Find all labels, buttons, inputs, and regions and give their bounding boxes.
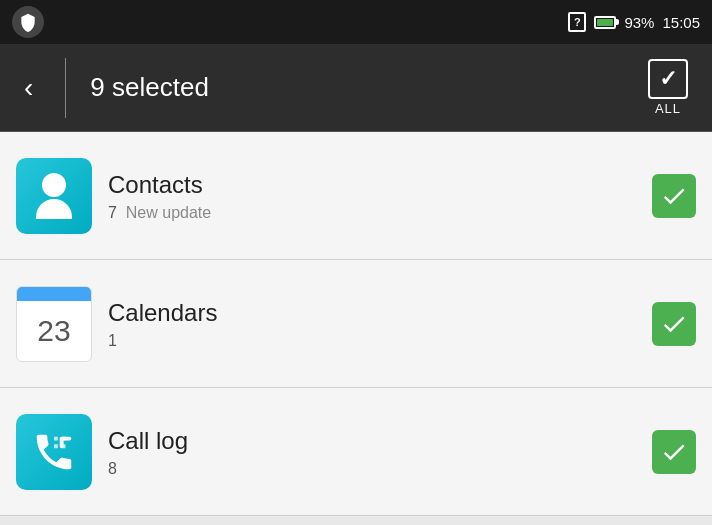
status-left bbox=[12, 6, 44, 38]
contacts-info: Contacts 7 New update bbox=[108, 169, 636, 222]
calllog-sub: 8 bbox=[108, 460, 636, 478]
calendars-info: Calendars 1 bbox=[108, 297, 636, 350]
time-display: 15:05 bbox=[662, 14, 700, 31]
contacts-checkbox[interactable] bbox=[652, 174, 696, 218]
app-list: Contacts 7 New update 23 Calendars 1 bbox=[0, 132, 712, 516]
calllog-app-icon bbox=[16, 414, 92, 490]
all-button[interactable]: ALL bbox=[640, 51, 696, 124]
toolbar-left: ‹ 9 selected bbox=[16, 58, 209, 118]
all-label: ALL bbox=[655, 101, 681, 116]
calendar-date: 23 bbox=[37, 301, 70, 361]
calllog-count: 8 bbox=[108, 460, 117, 477]
contacts-count: 7 bbox=[108, 204, 117, 221]
sim-icon bbox=[568, 12, 586, 32]
battery-icon bbox=[594, 16, 616, 29]
calendars-checkbox[interactable] bbox=[652, 302, 696, 346]
calendars-name: Calendars bbox=[108, 297, 636, 328]
shield-icon bbox=[12, 6, 44, 38]
all-checkbox bbox=[648, 59, 688, 99]
status-right: 93% 15:05 bbox=[568, 12, 700, 32]
selected-count: 9 selected bbox=[90, 72, 209, 103]
list-item[interactable]: 23 Calendars 1 bbox=[0, 260, 712, 388]
calendars-sub: 1 bbox=[108, 332, 636, 350]
status-bar: 93% 15:05 bbox=[0, 0, 712, 44]
list-item[interactable]: Contacts 7 New update bbox=[0, 132, 712, 260]
calllog-checkbox[interactable] bbox=[652, 430, 696, 474]
contacts-subtext: New update bbox=[126, 204, 211, 221]
contacts-sub: 7 New update bbox=[108, 204, 636, 222]
contacts-app-icon bbox=[16, 158, 92, 234]
divider bbox=[65, 58, 66, 118]
calllog-info: Call log 8 bbox=[108, 425, 636, 478]
back-button[interactable]: ‹ bbox=[16, 66, 41, 110]
calllog-name: Call log bbox=[108, 425, 636, 456]
calendar-app-icon: 23 bbox=[16, 286, 92, 362]
toolbar: ‹ 9 selected ALL bbox=[0, 44, 712, 132]
battery-percent: 93% bbox=[624, 14, 654, 31]
contacts-name: Contacts bbox=[108, 169, 636, 200]
calendars-count: 1 bbox=[108, 332, 117, 349]
list-item[interactable]: Call log 8 bbox=[0, 388, 712, 516]
svg-rect-1 bbox=[60, 436, 64, 448]
